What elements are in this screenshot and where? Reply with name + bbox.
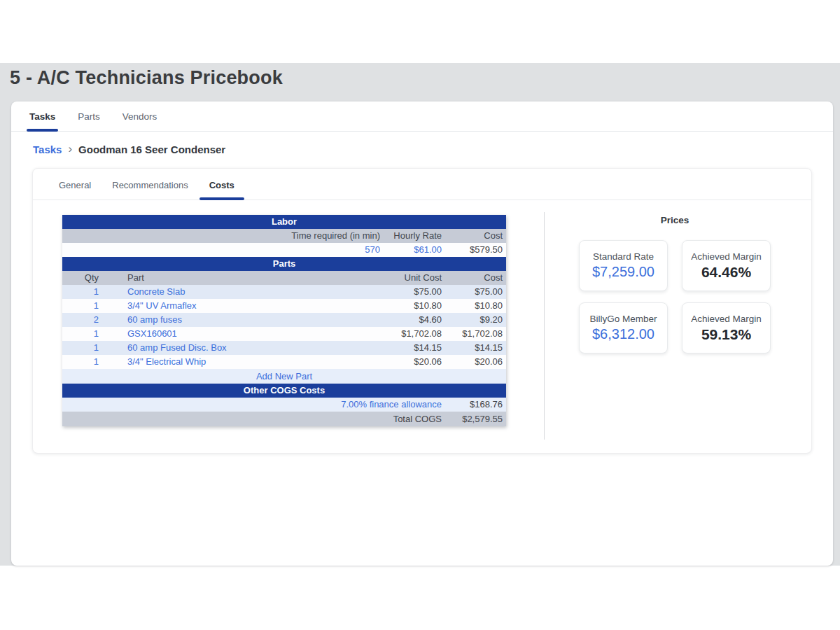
part-row: 1 60 amp Fused Disc. Box $14.15 $14.15: [62, 341, 506, 355]
part-qty-link[interactable]: 1: [62, 299, 99, 313]
breadcrumb: Tasks › Goodman 16 Seer Condenser: [33, 144, 225, 155]
pricebook-panel: Tasks Parts Vendors Tasks › Goodman 16 S…: [11, 102, 833, 566]
finance-allowance-link[interactable]: 7.00% finance allowance: [62, 398, 442, 412]
parts-col-qty: Qty: [62, 271, 99, 285]
part-name-link[interactable]: 60 amp fuses: [99, 313, 380, 327]
prices-section: Prices Standard Rate $7,259.00 Achieved …: [579, 215, 771, 354]
labor-cost: $579.50: [442, 243, 506, 257]
part-qty-link[interactable]: 1: [62, 355, 99, 369]
labor-col-rate: Hourly Rate: [380, 229, 442, 243]
tab-tasks[interactable]: Tasks: [28, 111, 57, 131]
task-detail-tabs: General Recommendations Costs: [33, 169, 811, 200]
parts-col-part: Part: [99, 271, 380, 285]
price-card-label: BillyGo Member: [589, 314, 657, 324]
breadcrumb-tasks-link[interactable]: Tasks: [33, 144, 62, 155]
parts-col-unit-cost: Unit Cost: [380, 271, 442, 285]
labor-time-link[interactable]: 570: [62, 243, 380, 257]
part-name-link[interactable]: 3/4" Electrical Whip: [99, 355, 380, 369]
add-new-part-row: Add New Part: [62, 369, 506, 384]
tab-recommendations[interactable]: Recommendations: [102, 180, 197, 200]
part-row: 1 GSX160601 $1,702.08 $1,702.08: [62, 327, 506, 341]
page-title: 5 - A/C Technicians Pricebook: [10, 67, 283, 89]
parts-rows: 1 Concrete Slab $75.00 $75.00 1 3/4" UV …: [62, 285, 506, 369]
costs-table: Labor Time required (in min) Hourly Rate…: [62, 215, 506, 426]
part-name-link[interactable]: 3/4" UV Armaflex: [99, 299, 380, 313]
labor-column-headers: Time required (in min) Hourly Rate Cost: [62, 229, 506, 243]
total-cogs-label: Total COGS: [62, 412, 442, 426]
labor-col-cost: Cost: [442, 229, 506, 243]
tab-costs[interactable]: Costs: [200, 180, 244, 200]
part-cost: $10.80: [442, 299, 506, 313]
tab-general[interactable]: General: [49, 180, 101, 200]
part-unit-cost: $75.00: [380, 285, 442, 299]
part-name-link[interactable]: Concrete Slab: [99, 285, 380, 299]
total-cogs-row: Total COGS $2,579.55: [62, 412, 506, 426]
part-cost: $9.20: [442, 313, 506, 327]
part-unit-cost: $10.80: [380, 299, 442, 313]
price-card: Standard Rate $7,259.00: [579, 240, 668, 291]
screen: 5 - A/C Technicians Pricebook Tasks Part…: [0, 0, 840, 630]
prices-title: Prices: [579, 215, 771, 225]
part-name-link[interactable]: 60 amp Fused Disc. Box: [99, 341, 380, 355]
part-name-link[interactable]: GSX160601: [99, 327, 380, 341]
tab-parts[interactable]: Parts: [76, 111, 102, 131]
part-cost: $75.00: [442, 285, 506, 299]
price-card: BillyGo Member $6,312.00: [579, 302, 668, 354]
part-row: 1 Concrete Slab $75.00 $75.00: [62, 285, 506, 299]
labor-col-time: Time required (in min): [62, 229, 380, 243]
parts-col-cost: Cost: [442, 271, 506, 285]
labor-row: 570 $61.00 $579.50: [62, 243, 506, 257]
part-cost: $20.06: [442, 355, 506, 369]
part-unit-cost: $14.15: [380, 341, 442, 355]
labor-section-header: Labor: [62, 215, 506, 229]
part-qty-link[interactable]: 1: [62, 341, 99, 355]
part-qty-link[interactable]: 2: [62, 313, 99, 327]
part-unit-cost: $20.06: [380, 355, 442, 369]
parts-section-header: Parts: [62, 257, 506, 271]
part-cost: $1,702.08: [442, 327, 506, 341]
chevron-right-icon: ›: [68, 143, 72, 155]
labor-rate-link[interactable]: $61.00: [380, 243, 442, 257]
part-unit-cost: $1,702.08: [380, 327, 442, 341]
part-row: 1 3/4" Electrical Whip $20.06 $20.06: [62, 355, 506, 369]
part-row: 2 60 amp fuses $4.60 $9.20: [62, 313, 506, 327]
price-card-label: Achieved Margin: [691, 251, 762, 262]
other-cogs-section-header: Other COGS Costs: [62, 384, 506, 398]
price-card-value: 64.46%: [701, 264, 751, 281]
part-qty-link[interactable]: 1: [62, 285, 99, 299]
price-cards-grid: Standard Rate $7,259.00 Achieved Margin …: [579, 240, 771, 354]
task-detail-card: General Recommendations Costs Labor Time…: [32, 168, 812, 454]
part-row: 1 3/4" UV Armaflex $10.80 $10.80: [62, 299, 506, 313]
price-card-value: 59.13%: [701, 326, 751, 343]
part-qty-link[interactable]: 1: [62, 327, 99, 341]
price-card: Achieved Margin 64.46%: [682, 240, 771, 291]
price-card-value[interactable]: $6,312.00: [592, 326, 654, 342]
part-cost: $14.15: [442, 341, 506, 355]
breadcrumb-task-name: Goodman 16 Seer Condenser: [78, 144, 225, 155]
vertical-divider: [544, 212, 545, 440]
price-card: Achieved Margin 59.13%: [682, 302, 771, 354]
finance-allowance-cost: $168.76: [442, 398, 506, 412]
price-card-value[interactable]: $7,259.00: [592, 264, 654, 280]
part-unit-cost: $4.60: [380, 313, 442, 327]
tab-vendors[interactable]: Vendors: [121, 111, 159, 131]
add-new-part-button[interactable]: Add New Part: [62, 369, 506, 384]
price-card-label: Standard Rate: [593, 251, 654, 262]
total-cogs-value: $2,579.55: [442, 412, 506, 426]
pricebook-tabs: Tasks Parts Vendors: [11, 102, 833, 132]
finance-allowance-row: 7.00% finance allowance $168.76: [62, 398, 506, 412]
price-card-label: Achieved Margin: [691, 314, 762, 324]
parts-column-headers: Qty Part Unit Cost Cost: [62, 271, 506, 285]
